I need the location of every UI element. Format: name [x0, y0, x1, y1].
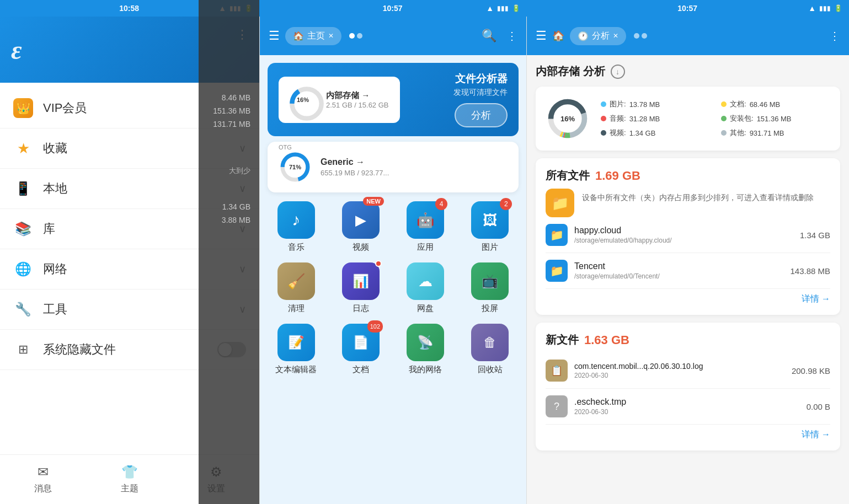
app-mynetwork[interactable]: 📡 我的网络	[395, 320, 456, 378]
legend-dot-audio	[601, 116, 606, 121]
bottom-theme[interactable]: 👕 主题	[87, 455, 173, 504]
cast-icon: 📺	[471, 262, 509, 300]
donut-chart-card: 16% 图片: 13.78 MB 文档: 68.46 MB	[536, 87, 840, 151]
cloud-icon: ☁	[407, 262, 444, 300]
analysis-tab-close[interactable]: ✕	[613, 32, 618, 40]
all-files-card: 所有文件 1.69 GB 📁 设备中所有文件（夹）内存占用多到少排列，可进入查看…	[536, 158, 840, 315]
donut-percent: 16%	[560, 115, 575, 123]
legend-audio: 音频: 31.28 MB	[601, 114, 710, 124]
status-icons-2: ▲ ▮▮▮ 🔋	[486, 4, 520, 13]
new-file-info-2: .escheck.tmp 2020-06-30	[574, 397, 800, 416]
new-files-title: 新文件	[546, 333, 579, 347]
library-icon: 📚	[15, 221, 31, 237]
partial-overlay: 8.46 MB 151.36 MB 131.71 MB 大到少 1.34 GB …	[199, 0, 259, 504]
all-files-size: 1.69 GB	[595, 169, 640, 183]
analyze-button[interactable]: 分析	[455, 103, 508, 127]
app-cloud[interactable]: ☁ 网盘	[395, 259, 456, 317]
app-text[interactable]: 📝 文本编辑器	[265, 320, 327, 378]
messages-label: 消息	[34, 483, 52, 495]
all-files-desc: 设备中所有文件（夹）内存占用多到少排列，可进入查看详情或删除	[582, 192, 814, 217]
legend-dot-video	[601, 130, 606, 136]
legend-install: 安装包: 151.36 MB	[721, 114, 830, 124]
status-icons-3: ▲ ▮▮▮ 🔋	[808, 4, 842, 13]
app-cast[interactable]: 📺 投屏	[460, 259, 521, 317]
file-info-1: happy.cloud /storage/emulated/0/happy.cl…	[574, 226, 793, 244]
sidebar-panel: 10:58 ▲ ▮▮▮ 🔋 ε ⋮ 👑 VIP会员 ★	[0, 0, 259, 504]
hamburger-menu[interactable]: ☰	[269, 29, 280, 43]
battery-icon-2: 🔋	[512, 4, 520, 12]
analysis-tab-dots	[634, 33, 647, 39]
new-file-row-1[interactable]: 📋 com.tencent.mobil...q.20.06.30.10.log …	[546, 353, 830, 389]
file-size-2: 143.88 MB	[790, 266, 830, 276]
home-tab-close[interactable]: ✕	[328, 32, 334, 40]
search-button[interactable]: 🔍	[482, 29, 496, 43]
internal-donut: 16%	[287, 84, 318, 115]
app-images[interactable]: 🖼 2 图片	[460, 198, 521, 256]
doc-icon: 📄 102	[342, 324, 380, 361]
time-1: 10:58	[119, 4, 139, 13]
file-row-2[interactable]: 📁 Tencent /storage/emulated/0/Tencent/ 1…	[546, 253, 830, 289]
analysis-hamburger[interactable]: ☰	[536, 29, 547, 43]
generic-storage-card[interactable]: OTG 71% Generic → 655.	[268, 142, 519, 192]
internal-storage-card[interactable]: 16% 内部存储 → 2.51 GB / 15.62 GB	[279, 77, 400, 123]
images-icon: 🖼 2	[471, 201, 509, 239]
signal-icon-3: ▮▮▮	[819, 4, 831, 12]
otg-label: OTG	[279, 144, 292, 151]
app-trash[interactable]: 🗑 回收站	[460, 320, 521, 378]
app-apps[interactable]: 🤖 4 应用	[395, 198, 456, 256]
battery-icon-3: 🔋	[834, 4, 842, 12]
donut-row: 16% 图片: 13.78 MB 文档: 68.46 MB	[546, 96, 830, 141]
new-file-size-2: 0.00 B	[807, 402, 830, 411]
file-path-2: /storage/emulated/0/Tencent/	[574, 272, 783, 280]
time-3: 10:57	[677, 4, 697, 13]
analysis-dot-2	[642, 33, 647, 39]
cast-label: 投屏	[482, 303, 498, 314]
new-file-date-2: 2020-06-30	[574, 408, 800, 416]
new-files-detail[interactable]: 详情 →	[546, 425, 830, 441]
app-music[interactable]: ♪ 音乐	[265, 198, 327, 256]
file-name-1: happy.cloud	[574, 226, 793, 235]
doc-label: 文档	[353, 364, 369, 375]
legend-dot-other	[721, 130, 727, 136]
legend: 图片: 13.78 MB 文档: 68.46 MB 音频: 31.28 MB	[601, 99, 830, 138]
doc-badge: 102	[367, 320, 383, 333]
app-doc[interactable]: 📄 102 文档	[330, 320, 391, 378]
bottom-messages[interactable]: ✉ 消息	[0, 455, 87, 504]
generic-label: Generic →	[321, 157, 389, 167]
star-icon: ★	[17, 140, 30, 157]
analyzer-card[interactable]: 16% 内部存储 → 2.51 GB / 15.62 GB	[268, 63, 519, 136]
app-log[interactable]: 📊 日志	[330, 259, 391, 317]
analysis-content: ☰ 🏠 🕐 分析 ✕ ⋮ 内部存储 分析 ↓	[527, 17, 849, 504]
music-label: 音乐	[288, 242, 305, 253]
otg-wrapper: OTG 71%	[279, 151, 312, 184]
generic-size: 655.19 MB / 923.77...	[321, 169, 389, 177]
home-tab[interactable]: 🏠 主页 ✕	[285, 27, 341, 45]
video-icon: ▶ NEW	[342, 201, 380, 239]
analysis-home-icon[interactable]: 🏠	[552, 30, 564, 42]
all-files-detail[interactable]: 详情 →	[546, 289, 830, 305]
analysis-more[interactable]: ⋮	[829, 29, 840, 42]
app-video[interactable]: ▶ NEW 视频	[330, 198, 391, 256]
new-file-row-2[interactable]: ? .escheck.tmp 2020-06-30 0.00 B	[546, 389, 830, 425]
tab-dots	[349, 33, 362, 39]
new-file-icon-1: 📋	[546, 360, 568, 382]
new-file-info-1: com.tencent.mobil...q.20.06.30.10.log 20…	[574, 362, 785, 379]
wifi-icon-3: ▲	[808, 4, 816, 13]
new-file-name-1: com.tencent.mobil...q.20.06.30.10.log	[574, 362, 785, 371]
main-content: ☰ 🏠 主页 ✕ 🔍 ⋮	[259, 17, 527, 504]
refresh-button[interactable]: ↓	[611, 65, 625, 79]
app-clean[interactable]: 🧹 清理	[265, 259, 327, 317]
all-files-header: 所有文件 1.69 GB	[546, 168, 830, 183]
clean-icon: 🧹	[277, 262, 315, 300]
analysis-tab[interactable]: 🕐 分析 ✕	[570, 27, 626, 45]
analysis-page-content: 内部存储 分析 ↓	[527, 55, 849, 459]
mynetwork-label: 我的网络	[409, 364, 442, 375]
all-files-icon: 📁	[546, 189, 574, 217]
file-row-1[interactable]: 📁 happy.cloud /storage/emulated/0/happy.…	[546, 217, 830, 253]
messages-icon: ✉	[38, 464, 49, 480]
new-files-size: 1.63 GB	[584, 333, 629, 347]
time-2: 10:57	[383, 4, 403, 13]
generic-info: Generic → 655.19 MB / 923.77...	[321, 157, 389, 177]
more-button[interactable]: ⋮	[506, 29, 517, 42]
legend-dot-image	[601, 101, 606, 107]
